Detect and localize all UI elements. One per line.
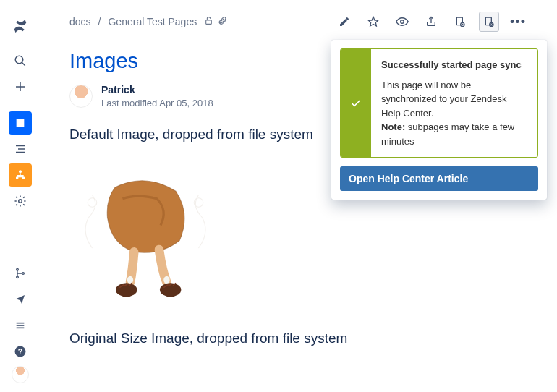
doc-action-button[interactable] bbox=[450, 12, 470, 32]
top-row: docs / General Test Pages bbox=[69, 10, 528, 33]
doc-sync-button[interactable] bbox=[479, 12, 499, 32]
svg-point-14 bbox=[19, 200, 22, 203]
watch-button[interactable] bbox=[392, 12, 412, 32]
svg-rect-23 bbox=[206, 20, 212, 24]
breadcrumb-icons bbox=[204, 16, 227, 27]
svg-point-36 bbox=[163, 276, 169, 284]
star-button[interactable] bbox=[363, 12, 383, 32]
svg-marker-24 bbox=[368, 17, 378, 26]
alert-message: This page will now be synchronized to yo… bbox=[381, 78, 527, 121]
sidebar-feedback[interactable] bbox=[9, 288, 32, 311]
alert-note: Note: subpages may take a few minutes bbox=[381, 120, 527, 148]
svg-point-0 bbox=[15, 56, 23, 64]
more-button[interactable]: ••• bbox=[508, 12, 528, 32]
sidebar-bottom: ? bbox=[9, 262, 32, 392]
sidebar-hierarchy[interactable] bbox=[9, 163, 32, 187]
attachment-icon[interactable] bbox=[218, 16, 227, 27]
svg-point-8 bbox=[19, 170, 22, 173]
confluence-logo[interactable] bbox=[9, 14, 32, 38]
byline-text: Patrick Last modified Apr 05, 2018 bbox=[101, 83, 213, 109]
modified-prefix: Last modified bbox=[101, 98, 159, 108]
check-icon bbox=[350, 98, 362, 109]
modified-date: Apr 05, 2018 bbox=[159, 98, 213, 108]
svg-point-15 bbox=[17, 268, 19, 270]
alert-note-label: Note: bbox=[381, 122, 405, 132]
sidebar-settings[interactable] bbox=[9, 189, 32, 213]
breadcrumb-root[interactable]: docs bbox=[69, 16, 91, 27]
author-avatar[interactable] bbox=[69, 85, 93, 108]
success-alert: Successfully started page sync This page… bbox=[340, 48, 538, 158]
svg-point-17 bbox=[22, 273, 25, 275]
breadcrumb-sep: / bbox=[98, 16, 101, 27]
svg-text:?: ? bbox=[18, 347, 22, 356]
sidebar-help[interactable]: ? bbox=[9, 340, 32, 363]
edit-button[interactable] bbox=[334, 12, 354, 32]
svg-point-25 bbox=[401, 20, 404, 24]
section-heading-2: Original Size Image, dropped from file s… bbox=[69, 331, 528, 346]
sync-popover: Successfully started page sync This page… bbox=[331, 40, 547, 200]
page-toolbar: ••• bbox=[334, 12, 528, 32]
svg-rect-4 bbox=[17, 119, 25, 127]
alert-title: Successfully started page sync bbox=[381, 58, 527, 72]
alert-rail bbox=[341, 49, 371, 157]
sidebar-search[interactable] bbox=[9, 49, 32, 72]
breadcrumb: docs / General Test Pages bbox=[69, 16, 227, 27]
content-image bbox=[69, 157, 221, 309]
svg-point-35 bbox=[127, 276, 133, 284]
sidebar-pages[interactable] bbox=[9, 111, 32, 135]
modified-line: Last modified Apr 05, 2018 bbox=[101, 97, 213, 110]
sidebar-list[interactable] bbox=[9, 314, 32, 337]
app-sidebar: ? bbox=[0, 0, 41, 392]
sidebar-profile-avatar[interactable] bbox=[12, 366, 29, 383]
author-name[interactable]: Patrick bbox=[101, 83, 213, 97]
breadcrumb-current[interactable]: General Test Pages bbox=[108, 16, 197, 27]
sidebar-tree[interactable] bbox=[9, 137, 32, 161]
unlock-icon[interactable] bbox=[204, 16, 213, 27]
sidebar-branch[interactable] bbox=[9, 262, 32, 285]
svg-line-1 bbox=[22, 62, 25, 66]
sidebar-create[interactable] bbox=[9, 75, 32, 98]
share-button[interactable] bbox=[421, 12, 441, 32]
alert-body: Successfully started page sync This page… bbox=[371, 49, 537, 157]
image-placeholder bbox=[69, 157, 221, 309]
open-help-center-button[interactable]: Open Help Center Article bbox=[340, 166, 538, 191]
svg-point-16 bbox=[17, 276, 19, 278]
